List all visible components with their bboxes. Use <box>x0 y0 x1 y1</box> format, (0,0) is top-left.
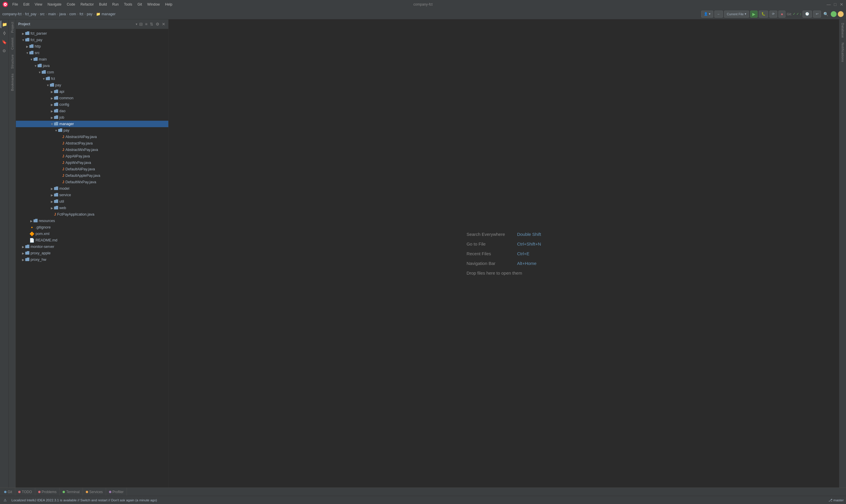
tab-terminal[interactable]: Terminal <box>60 488 83 496</box>
menu-window[interactable]: Window <box>145 1 162 7</box>
tree-item[interactable]: JAppAliPay.java <box>16 153 168 160</box>
avatar-yellow[interactable] <box>838 11 844 17</box>
tree-item[interactable]: ▼ pay <box>16 82 168 88</box>
debug-button[interactable]: 🐛 <box>759 11 768 18</box>
database-label[interactable]: Database <box>840 21 846 40</box>
panel-horizontal-split[interactable]: ⇅ <box>149 21 154 27</box>
avatar-green[interactable] <box>831 11 836 17</box>
tree-item[interactable]: ▶ proxy_hw <box>16 256 168 263</box>
tree-item[interactable]: ▶ common <box>16 95 168 101</box>
breadcrumb-main[interactable]: main <box>48 12 56 16</box>
activity-bookmark[interactable]: 🔖 <box>1 38 8 46</box>
panel-collapse-all[interactable]: ⊟ <box>139 21 143 27</box>
tree-icon <box>34 57 38 62</box>
maximize-button[interactable]: □ <box>833 2 837 6</box>
back-button[interactable]: ← <box>715 11 723 18</box>
breadcrumb-src[interactable]: src <box>40 12 44 16</box>
activity-project[interactable]: 📁 <box>1 21 8 28</box>
menu-build[interactable]: Build <box>97 1 109 7</box>
tree-item[interactable]: 🔶pom.xml <box>16 231 168 237</box>
tree-item[interactable]: ▶ monitor-server <box>16 244 168 250</box>
run-with-coverage[interactable]: ⟳ <box>769 11 777 18</box>
editor-area[interactable]: Search Everywhere Double Shift Go to Fil… <box>168 19 839 488</box>
tree-item[interactable]: ▼ java <box>16 62 168 69</box>
tree-item[interactable]: 🔸.gitignore <box>16 224 168 231</box>
menu-help[interactable]: Help <box>163 1 175 7</box>
tree-item[interactable]: JDefaultAliPay.java <box>16 166 168 173</box>
tree-item[interactable]: ▶ job <box>16 114 168 121</box>
project-label[interactable]: Project <box>10 19 15 35</box>
breadcrumb-company[interactable]: company-fct <box>2 12 21 16</box>
current-file-button[interactable]: Current File ▾ <box>724 11 749 18</box>
tree-item[interactable]: 📄README.md <box>16 237 168 244</box>
activity-settings[interactable]: ⚙ <box>1 47 8 55</box>
close-button[interactable]: ✕ <box>840 2 844 6</box>
activity-commit[interactable] <box>1 29 8 37</box>
git-branch[interactable]: ⎇ master <box>828 498 844 502</box>
breadcrumb-fct[interactable]: fct <box>79 12 84 16</box>
undo-button[interactable]: ↩ <box>813 11 821 18</box>
breadcrumb-manager[interactable]: manager <box>102 12 115 16</box>
tree-item[interactable]: JAbstractAliPay.java <box>16 133 168 140</box>
tree-item[interactable]: ▶ model <box>16 185 168 192</box>
panel-expand[interactable]: ≡ <box>145 21 148 27</box>
menu-code[interactable]: Code <box>64 1 77 7</box>
tab-problems[interactable]: Problems <box>35 488 60 496</box>
commit-label[interactable]: Commit <box>10 35 15 52</box>
tree-item[interactable]: JDefaultWxPay.java <box>16 179 168 185</box>
panel-dropdown[interactable]: ▾ <box>136 22 138 26</box>
tree-item[interactable]: ▶ util <box>16 198 168 205</box>
menu-refactor[interactable]: Refactor <box>78 1 96 7</box>
breadcrumb-java[interactable]: java <box>59 12 66 16</box>
history-button[interactable]: 🕐 <box>803 11 812 18</box>
tree-item[interactable]: JAppWxPay.java <box>16 160 168 166</box>
menu-git[interactable]: Git <box>135 1 144 7</box>
tab-profiler[interactable]: Profiler <box>106 488 127 496</box>
tree-item[interactable]: ▶ http <box>16 43 168 50</box>
tree-item[interactable]: ▼ fct <box>16 75 168 82</box>
menu-run[interactable]: Run <box>110 1 121 7</box>
panel-settings[interactable]: ⚙ <box>155 21 160 27</box>
tree-arrow: ▶ <box>50 200 54 203</box>
tree-item[interactable]: ▼ com <box>16 69 168 75</box>
tree-item[interactable]: ▶ dao <box>16 108 168 114</box>
menu-edit[interactable]: Edit <box>21 1 32 7</box>
tree-item[interactable]: ▼ fct_pay <box>16 37 168 43</box>
minimize-button[interactable]: — <box>827 2 831 6</box>
structure-label[interactable]: Structure <box>10 52 15 71</box>
problems-tab-label: Problems <box>42 490 57 494</box>
tab-todo[interactable]: TODO <box>15 488 35 496</box>
tree-item[interactable]: ▶ web <box>16 205 168 211</box>
tab-services[interactable]: Services <box>83 488 106 496</box>
menu-navigate[interactable]: Navigate <box>45 1 64 7</box>
tree-item[interactable]: ▼ manager <box>16 121 168 127</box>
breadcrumb-fct-pay[interactable]: fct_pay <box>25 12 36 16</box>
tab-git[interactable]: Git <box>1 488 15 496</box>
tree-item[interactable]: JAbstractPay.java <box>16 140 168 147</box>
tree-item[interactable]: JFctPayApplication.java <box>16 211 168 218</box>
tree-item[interactable]: ▶ proxy_apple <box>16 250 168 256</box>
run-button[interactable]: ▶ <box>750 11 758 18</box>
breadcrumb-pay[interactable]: pay <box>87 12 92 16</box>
tree-item[interactable]: ▼ main <box>16 56 168 62</box>
tree-item[interactable]: ▶ config <box>16 101 168 108</box>
notifications-label[interactable]: Notifications <box>840 40 846 64</box>
status-warning[interactable]: ⚠ <box>2 496 8 504</box>
tree-item[interactable]: ▼ src <box>16 50 168 56</box>
breadcrumb-com[interactable]: com <box>69 12 76 16</box>
menu-file[interactable]: File <box>10 1 20 7</box>
tree-item[interactable]: ▶ resources <box>16 218 168 224</box>
tree-item[interactable]: ▶ fct_parser <box>16 30 168 37</box>
tree-item[interactable]: JAbstractWxPay.java <box>16 147 168 153</box>
tree-item[interactable]: ▼ pay <box>16 127 168 133</box>
bookmarks-label[interactable]: Bookmarks <box>10 71 15 93</box>
stop-button[interactable]: ■ <box>778 11 786 18</box>
panel-close[interactable]: ✕ <box>161 21 166 27</box>
menu-tools[interactable]: Tools <box>122 1 134 7</box>
tree-item[interactable]: ▶ service <box>16 192 168 198</box>
profile-button[interactable]: 👤 ▾ <box>701 11 713 18</box>
menu-view[interactable]: View <box>32 1 44 7</box>
tree-item[interactable]: ▶ api <box>16 88 168 95</box>
search-button[interactable]: 🔍 <box>822 11 830 17</box>
tree-item[interactable]: JDefaultApplePay.java <box>16 173 168 179</box>
